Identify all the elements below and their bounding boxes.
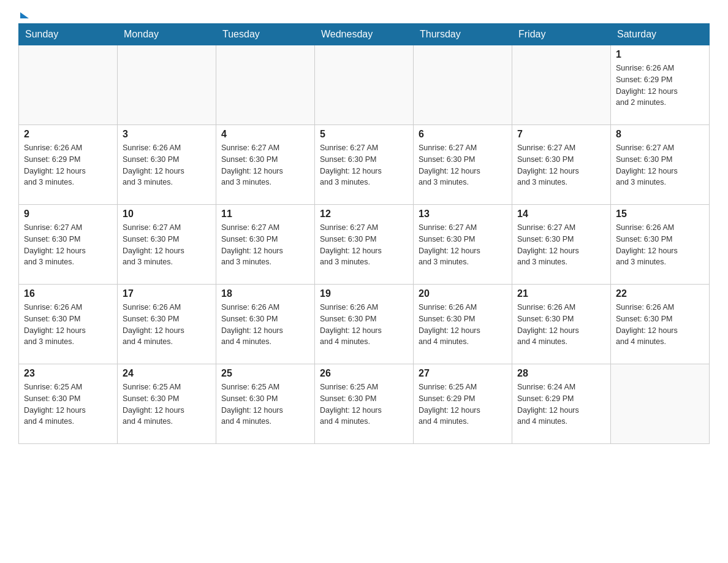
page-header: [18, 12, 710, 17]
day-number: 18: [221, 288, 309, 299]
day-info: Sunrise: 6:26 AM Sunset: 6:30 PM Dayligh…: [123, 302, 211, 348]
day-number: 17: [123, 288, 211, 299]
day-number: 4: [221, 129, 309, 140]
day-info: Sunrise: 6:26 AM Sunset: 6:30 PM Dayligh…: [419, 302, 507, 348]
day-info: Sunrise: 6:25 AM Sunset: 6:30 PM Dayligh…: [24, 381, 112, 427]
day-number: 14: [517, 209, 605, 220]
calendar-week-row: 23Sunrise: 6:25 AM Sunset: 6:30 PM Dayli…: [19, 364, 710, 444]
calendar-day-cell: [19, 45, 118, 125]
calendar-day-cell: 8Sunrise: 6:27 AM Sunset: 6:30 PM Daylig…: [611, 125, 710, 205]
calendar-day-cell: [414, 45, 512, 125]
day-number: 1: [616, 49, 704, 60]
calendar-day-cell: [611, 364, 710, 444]
day-info: Sunrise: 6:26 AM Sunset: 6:30 PM Dayligh…: [123, 142, 211, 188]
day-number: 21: [517, 288, 605, 299]
day-of-week-header: Saturday: [611, 24, 710, 45]
calendar-day-cell: 13Sunrise: 6:27 AM Sunset: 6:30 PM Dayli…: [414, 205, 512, 285]
calendar-day-cell: 9Sunrise: 6:27 AM Sunset: 6:30 PM Daylig…: [19, 205, 118, 285]
calendar-day-cell: 23Sunrise: 6:25 AM Sunset: 6:30 PM Dayli…: [19, 364, 118, 444]
day-number: 19: [320, 288, 408, 299]
day-number: 25: [221, 368, 309, 379]
calendar-day-cell: 7Sunrise: 6:27 AM Sunset: 6:30 PM Daylig…: [512, 125, 611, 205]
day-info: Sunrise: 6:26 AM Sunset: 6:30 PM Dayligh…: [616, 302, 704, 348]
day-info: Sunrise: 6:25 AM Sunset: 6:30 PM Dayligh…: [320, 381, 408, 427]
day-number: 8: [616, 129, 704, 140]
day-of-week-header: Thursday: [414, 24, 512, 45]
calendar-day-cell: 12Sunrise: 6:27 AM Sunset: 6:30 PM Dayli…: [315, 205, 414, 285]
calendar-day-cell: 28Sunrise: 6:24 AM Sunset: 6:29 PM Dayli…: [512, 364, 611, 444]
day-info: Sunrise: 6:27 AM Sunset: 6:30 PM Dayligh…: [221, 142, 309, 188]
day-info: Sunrise: 6:27 AM Sunset: 6:30 PM Dayligh…: [419, 222, 507, 268]
calendar-day-cell: 10Sunrise: 6:27 AM Sunset: 6:30 PM Dayli…: [118, 205, 216, 285]
calendar-day-cell: 18Sunrise: 6:26 AM Sunset: 6:30 PM Dayli…: [216, 285, 315, 364]
calendar-day-cell: 24Sunrise: 6:25 AM Sunset: 6:30 PM Dayli…: [118, 364, 216, 444]
calendar-day-cell: [216, 45, 315, 125]
day-number: 24: [123, 368, 211, 379]
day-number: 6: [419, 129, 507, 140]
day-number: 28: [517, 368, 605, 379]
day-number: 5: [320, 129, 408, 140]
day-info: Sunrise: 6:27 AM Sunset: 6:30 PM Dayligh…: [517, 142, 605, 188]
day-number: 22: [616, 288, 704, 299]
day-number: 3: [123, 129, 211, 140]
day-number: 16: [24, 288, 112, 299]
day-number: 11: [221, 209, 309, 220]
calendar-day-cell: 21Sunrise: 6:26 AM Sunset: 6:30 PM Dayli…: [512, 285, 611, 364]
logo: [18, 12, 29, 17]
calendar-day-cell: [512, 45, 611, 125]
day-number: 13: [419, 209, 507, 220]
calendar-table: SundayMondayTuesdayWednesdayThursdayFrid…: [18, 23, 710, 444]
calendar-day-cell: 17Sunrise: 6:26 AM Sunset: 6:30 PM Dayli…: [118, 285, 216, 364]
day-number: 27: [419, 368, 507, 379]
calendar-day-cell: 15Sunrise: 6:26 AM Sunset: 6:30 PM Dayli…: [611, 205, 710, 285]
calendar-day-cell: [315, 45, 414, 125]
day-of-week-header: Monday: [118, 24, 216, 45]
calendar-day-cell: 1Sunrise: 6:26 AM Sunset: 6:29 PM Daylig…: [611, 45, 710, 125]
day-info: Sunrise: 6:26 AM Sunset: 6:30 PM Dayligh…: [517, 302, 605, 348]
calendar-day-cell: 14Sunrise: 6:27 AM Sunset: 6:30 PM Dayli…: [512, 205, 611, 285]
day-info: Sunrise: 6:27 AM Sunset: 6:30 PM Dayligh…: [24, 222, 112, 268]
calendar-day-cell: 3Sunrise: 6:26 AM Sunset: 6:30 PM Daylig…: [118, 125, 216, 205]
day-number: 20: [419, 288, 507, 299]
calendar-day-cell: 27Sunrise: 6:25 AM Sunset: 6:29 PM Dayli…: [414, 364, 512, 444]
day-info: Sunrise: 6:27 AM Sunset: 6:30 PM Dayligh…: [616, 142, 704, 188]
day-info: Sunrise: 6:26 AM Sunset: 6:30 PM Dayligh…: [221, 302, 309, 348]
day-of-week-header: Tuesday: [216, 24, 315, 45]
day-info: Sunrise: 6:26 AM Sunset: 6:30 PM Dayligh…: [320, 302, 408, 348]
calendar-day-cell: 5Sunrise: 6:27 AM Sunset: 6:30 PM Daylig…: [315, 125, 414, 205]
day-number: 9: [24, 209, 112, 220]
day-info: Sunrise: 6:26 AM Sunset: 6:29 PM Dayligh…: [24, 142, 112, 188]
calendar-day-cell: 19Sunrise: 6:26 AM Sunset: 6:30 PM Dayli…: [315, 285, 414, 364]
day-of-week-header: Sunday: [19, 24, 118, 45]
day-info: Sunrise: 6:25 AM Sunset: 6:30 PM Dayligh…: [123, 381, 211, 427]
day-info: Sunrise: 6:27 AM Sunset: 6:30 PM Dayligh…: [320, 142, 408, 188]
day-info: Sunrise: 6:27 AM Sunset: 6:30 PM Dayligh…: [419, 142, 507, 188]
day-number: 10: [123, 209, 211, 220]
calendar-day-cell: 11Sunrise: 6:27 AM Sunset: 6:30 PM Dayli…: [216, 205, 315, 285]
calendar-week-row: 2Sunrise: 6:26 AM Sunset: 6:29 PM Daylig…: [19, 125, 710, 205]
day-info: Sunrise: 6:27 AM Sunset: 6:30 PM Dayligh…: [320, 222, 408, 268]
day-number: 26: [320, 368, 408, 379]
calendar-day-cell: 26Sunrise: 6:25 AM Sunset: 6:30 PM Dayli…: [315, 364, 414, 444]
calendar-day-cell: 16Sunrise: 6:26 AM Sunset: 6:30 PM Dayli…: [19, 285, 118, 364]
calendar-day-cell: 6Sunrise: 6:27 AM Sunset: 6:30 PM Daylig…: [414, 125, 512, 205]
day-number: 7: [517, 129, 605, 140]
calendar-day-cell: 22Sunrise: 6:26 AM Sunset: 6:30 PM Dayli…: [611, 285, 710, 364]
calendar-week-row: 9Sunrise: 6:27 AM Sunset: 6:30 PM Daylig…: [19, 205, 710, 285]
calendar-day-cell: [118, 45, 216, 125]
calendar-day-cell: 20Sunrise: 6:26 AM Sunset: 6:30 PM Dayli…: [414, 285, 512, 364]
calendar-week-row: 16Sunrise: 6:26 AM Sunset: 6:30 PM Dayli…: [19, 285, 710, 364]
day-info: Sunrise: 6:26 AM Sunset: 6:30 PM Dayligh…: [616, 222, 704, 268]
day-number: 12: [320, 209, 408, 220]
logo-arrow-icon: [20, 12, 29, 18]
day-number: 2: [24, 129, 112, 140]
day-number: 23: [24, 368, 112, 379]
calendar-day-cell: 4Sunrise: 6:27 AM Sunset: 6:30 PM Daylig…: [216, 125, 315, 205]
calendar-day-cell: 25Sunrise: 6:25 AM Sunset: 6:30 PM Dayli…: [216, 364, 315, 444]
day-info: Sunrise: 6:25 AM Sunset: 6:30 PM Dayligh…: [221, 381, 309, 427]
day-of-week-header: Friday: [512, 24, 611, 45]
calendar-day-cell: 2Sunrise: 6:26 AM Sunset: 6:29 PM Daylig…: [19, 125, 118, 205]
day-of-week-header: Wednesday: [315, 24, 414, 45]
day-info: Sunrise: 6:24 AM Sunset: 6:29 PM Dayligh…: [517, 381, 605, 427]
calendar-header-row: SundayMondayTuesdayWednesdayThursdayFrid…: [19, 24, 710, 45]
